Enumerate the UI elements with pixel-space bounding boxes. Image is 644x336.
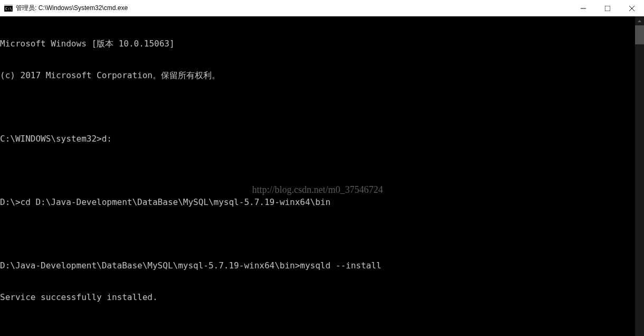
terminal-line <box>0 165 635 176</box>
terminal-line: Service successfully installed. <box>0 292 635 303</box>
close-button[interactable] <box>620 0 644 16</box>
svg-rect-3 <box>581 8 586 8</box>
svg-rect-4 <box>605 6 610 11</box>
maximize-icon <box>605 6 610 11</box>
watermark-text: http://blog.csdn.net/m0_37546724 <box>0 184 635 195</box>
chevron-up-icon <box>638 20 641 22</box>
window-controls <box>571 0 644 16</box>
terminal-line: D:\Java-Development\DataBase\MySQL\mysql… <box>0 260 635 271</box>
terminal-line <box>0 324 635 334</box>
close-icon <box>629 6 634 11</box>
terminal-area: Microsoft Windows [版本 10.0.15063] (c) 20… <box>0 16 644 336</box>
cmd-window: C:\ 管理员: C:\Windows\System32\cmd.exe <box>0 0 644 336</box>
terminal-line: D:\>cd D:\Java-Development\DataBase\MySQ… <box>0 197 635 208</box>
terminal-content[interactable]: Microsoft Windows [版本 10.0.15063] (c) 20… <box>0 16 635 336</box>
svg-rect-1 <box>4 4 13 6</box>
vertical-scrollbar[interactable] <box>635 16 644 336</box>
scroll-thumb[interactable] <box>635 25 644 44</box>
terminal-line: (c) 2017 Microsoft Corporation。保留所有权利。 <box>0 70 635 81</box>
scroll-up-button[interactable] <box>635 16 644 25</box>
titlebar[interactable]: C:\ 管理员: C:\Windows\System32\cmd.exe <box>0 0 644 16</box>
maximize-button[interactable] <box>595 0 620 16</box>
terminal-line: Microsoft Windows [版本 10.0.15063] <box>0 39 635 49</box>
window-title: 管理员: C:\Windows\System32\cmd.exe <box>16 4 571 13</box>
svg-text:C:\: C:\ <box>5 7 12 11</box>
scroll-track[interactable] <box>635 25 644 336</box>
minimize-button[interactable] <box>571 0 595 16</box>
svg-marker-7 <box>638 20 641 22</box>
minimize-icon <box>581 6 586 11</box>
terminal-line: C:\WINDOWS\system32>d: <box>0 134 635 144</box>
cmd-icon: C:\ <box>4 4 13 12</box>
terminal-line <box>0 102 635 113</box>
terminal-line <box>0 229 635 239</box>
